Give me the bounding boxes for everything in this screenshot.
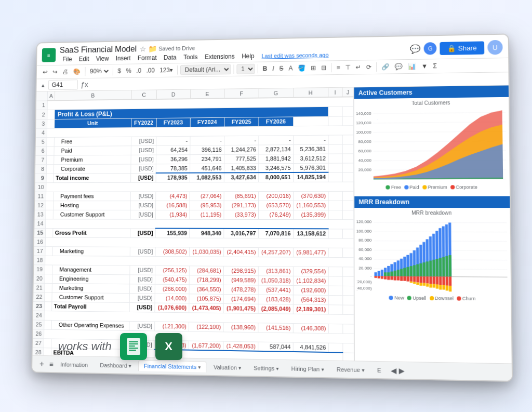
svg-rect-56 (403, 268, 406, 276)
tab-dashboard[interactable]: Dashboard ▾ (95, 360, 137, 370)
menu-view[interactable]: View (93, 54, 112, 63)
share-button[interactable]: 🔒 Share (440, 41, 485, 55)
svg-rect-48 (394, 276, 396, 281)
collapse-icon[interactable]: ▲ (41, 82, 45, 88)
menu-extensions[interactable]: Extensions (202, 52, 237, 62)
currency-button[interactable]: $ (116, 66, 123, 76)
tab-financial-statements[interactable]: Financial Statements ▾ (138, 360, 206, 373)
svg-rect-33 (378, 271, 380, 276)
cell-reference-input[interactable] (48, 79, 78, 90)
add-sheet-button[interactable]: + (36, 358, 47, 369)
svg-rect-47 (394, 271, 396, 276)
strikethrough-button[interactable]: S (277, 63, 286, 74)
filter-button[interactable]: ▼ (419, 61, 430, 71)
print-button[interactable]: 🖨 (60, 67, 70, 77)
last-edit-text[interactable]: Last edit was seconds ago (261, 52, 328, 59)
menu-tools[interactable]: Tools (180, 52, 201, 62)
merge-button[interactable]: ⊟ (319, 62, 328, 73)
menu-insert[interactable]: Insert (113, 54, 134, 63)
svg-text:20,000: 20,000 (358, 266, 371, 271)
row-12: 12 Hosting [USD] (16,588) (95,953) (291,… (35, 201, 354, 210)
tab-valuation[interactable]: Valuation ▾ (208, 362, 246, 373)
italic-button[interactable]: I (270, 63, 276, 74)
folder-icon[interactable]: 📁 (148, 45, 157, 53)
row-14: 14 (34, 219, 354, 229)
decimal-2-button[interactable]: .00 (144, 65, 157, 76)
row-8: 8 Corporate [USD] 78,385 451,646 1,405,8… (35, 163, 354, 173)
svg-rect-111 (449, 276, 451, 286)
function-button[interactable]: Σ (431, 61, 439, 71)
star-icon[interactable]: ☆ (140, 45, 147, 53)
toolbar-sep-2 (113, 67, 113, 75)
svg-text:80,000: 80,000 (358, 238, 371, 243)
tab-hiring-plan[interactable]: Hiring Plan ▾ (286, 363, 329, 375)
link-button[interactable]: 🔗 (379, 62, 391, 72)
rotate-button[interactable]: ⟳ (364, 62, 374, 72)
svg-rect-71 (416, 276, 419, 283)
bold-button[interactable]: B (261, 63, 270, 74)
svg-line-7 (373, 112, 506, 114)
chat-icon[interactable]: 💬 (410, 44, 421, 54)
tab-revenue[interactable]: Revenue ▾ (331, 364, 370, 375)
svg-rect-59 (406, 267, 409, 276)
menu-edit[interactable]: Edit (76, 55, 92, 64)
font-size-select[interactable]: 10 (236, 64, 255, 74)
svg-rect-57 (403, 276, 406, 281)
svg-rect-86 (429, 261, 432, 277)
active-customers-subtitle: Total Customers (356, 99, 507, 107)
grid-scroll[interactable]: A B C D E F G H I J (33, 87, 354, 361)
svg-rect-94 (436, 259, 438, 276)
svg-rect-98 (439, 258, 442, 276)
row-15-gross-profit: 15 Gross Profit [USD] 155,939 948,340 3,… (34, 228, 354, 238)
svg-rect-99 (439, 276, 442, 285)
svg-rect-108 (446, 285, 448, 290)
svg-rect-79 (423, 276, 425, 283)
tab-information[interactable]: Information (55, 359, 93, 370)
undo-button[interactable]: ↩ (41, 67, 49, 77)
svg-rect-51 (397, 276, 400, 281)
chart-button[interactable]: 📊 (406, 61, 418, 72)
paint-format-button[interactable]: 🎨 (71, 67, 83, 77)
sheet-list-button[interactable]: ≡ (49, 360, 54, 368)
menu-file[interactable]: File (59, 55, 75, 64)
menu-format[interactable]: Format (135, 53, 159, 62)
decimal-button[interactable]: .0 (134, 65, 143, 76)
tabs-nav-prev[interactable]: ◀ (391, 366, 396, 375)
works-with-section: works with X (58, 333, 182, 360)
fill-color-button[interactable]: 🪣 (296, 63, 308, 73)
legend-upsell: Upsell (407, 295, 426, 301)
toolbar-sep-1 (85, 67, 85, 76)
wrap-button[interactable]: ↵ (354, 62, 363, 72)
menu-data[interactable]: Data (161, 53, 179, 62)
borders-button[interactable]: ⊞ (309, 63, 318, 73)
svg-rect-114 (129, 341, 138, 342)
toolbar-sep-7 (376, 62, 377, 72)
mrr-breakdown-svg: 120,000 100,000 80,000 60,000 40,000 20,… (356, 218, 509, 293)
percent-button[interactable]: % (124, 65, 134, 76)
rownum-1: 1 (36, 101, 47, 110)
rownum-2: 2 (36, 110, 47, 119)
svg-text:40,000: 40,000 (358, 158, 372, 163)
svg-rect-68 (413, 282, 416, 284)
google-account-icon[interactable]: G (424, 42, 437, 55)
format-more-button[interactable]: 123▾ (157, 65, 175, 75)
redo-button[interactable]: ↪ (50, 67, 59, 77)
tab-e[interactable]: E (372, 365, 387, 376)
user-avatar[interactable]: U (487, 40, 502, 55)
svg-rect-72 (416, 283, 419, 285)
tabs-nav-next[interactable]: ▶ (399, 366, 405, 375)
svg-rect-118 (129, 350, 136, 351)
zoom-select[interactable]: 90% (88, 67, 110, 75)
valign-button[interactable]: ⊤ (343, 62, 353, 73)
font-select[interactable]: Default (Ari... (180, 64, 231, 75)
svg-rect-31 (375, 272, 377, 276)
svg-rect-106 (445, 256, 448, 277)
text-color-button[interactable]: A (286, 63, 295, 73)
svg-rect-50 (397, 270, 400, 276)
tab-settings[interactable]: Settings ▾ (248, 362, 284, 374)
right-panel: Active Customers Total Customers 140,000… (354, 85, 512, 363)
menu-help[interactable]: Help (238, 51, 257, 61)
svg-rect-100 (439, 285, 442, 289)
comment-button[interactable]: 💬 (393, 61, 405, 72)
halign-button[interactable]: ≡ (334, 62, 342, 73)
